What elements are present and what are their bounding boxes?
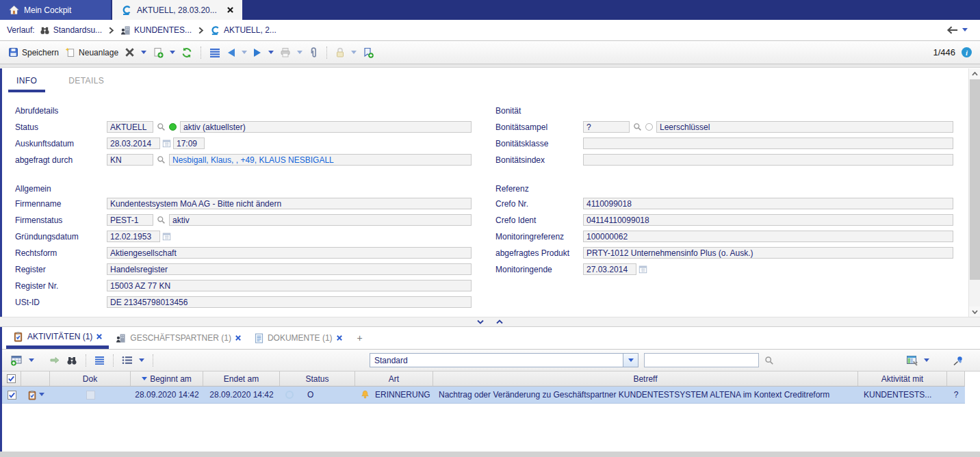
refresh-icon[interactable] — [181, 47, 192, 58]
bonitaetsampel-code-input[interactable] — [583, 121, 630, 133]
header-endet-am[interactable]: Endet am — [203, 371, 280, 386]
rechtsform-input[interactable] — [107, 247, 472, 259]
monitoringende-input[interactable] — [583, 263, 636, 275]
add-document-dropdown-icon[interactable] — [170, 51, 175, 55]
info-icon[interactable]: i — [962, 47, 972, 57]
breadcrumb-item-kundentestsystem[interactable]: KUNDENTES... — [120, 25, 192, 36]
scroll-up-icon[interactable] — [969, 68, 980, 79]
select-all-checkbox[interactable] — [7, 374, 16, 383]
table-row[interactable]: 28.09.2020 14:42 28.09.2020 14:42 O ERIN… — [2, 387, 965, 404]
new-activity-icon[interactable] — [10, 355, 23, 366]
header-dok[interactable]: Dok — [50, 371, 131, 386]
close-icon[interactable] — [227, 7, 233, 13]
tab-details[interactable]: DETAILS — [60, 74, 112, 92]
bonitaetsklasse-input[interactable] — [583, 138, 953, 149]
header-status[interactable]: Status — [280, 371, 355, 386]
tab-aktuell[interactable]: AKTUELL, 28.03.20... — [112, 0, 242, 20]
grouping-icon[interactable] — [122, 356, 133, 365]
row-type-dropdown-icon[interactable] — [39, 393, 44, 397]
view-select[interactable]: Standard — [370, 353, 639, 367]
collapse-up-icon[interactable] — [496, 319, 503, 324]
firmenname-input[interactable] — [107, 198, 472, 209]
close-icon[interactable] — [235, 335, 241, 341]
save-button[interactable]: Speichern — [8, 47, 59, 57]
calendar-icon[interactable] — [162, 139, 171, 148]
tab-info[interactable]: INFO — [8, 74, 45, 92]
table-settings-icon[interactable] — [906, 355, 918, 366]
bookmark-add-icon[interactable] — [363, 47, 374, 58]
status-code-input[interactable] — [107, 121, 153, 133]
back-arrow-icon[interactable] — [946, 26, 958, 34]
previous-dropdown-icon[interactable] — [242, 51, 247, 55]
assign-icon[interactable] — [49, 356, 60, 365]
monitoringreferenz-input[interactable] — [583, 231, 953, 242]
ust-id-input[interactable] — [107, 296, 472, 308]
crefo-ident-input[interactable] — [583, 214, 953, 226]
panel-splitter[interactable] — [0, 317, 980, 327]
next-record-icon[interactable] — [253, 48, 262, 57]
print-dropdown-icon[interactable] — [297, 51, 302, 55]
quick-search-input[interactable] — [644, 353, 759, 367]
tab-geschaeftspartner[interactable]: GESCHÄFTSPARTNER (1) — [109, 327, 248, 349]
abgefragtes-produkt-input[interactable] — [583, 247, 953, 259]
header-beginnt-am[interactable]: Beginnt am — [131, 371, 203, 386]
auskunftsdatum-time-input[interactable] — [173, 138, 205, 149]
bonitaetsampel-text-input[interactable] — [656, 121, 953, 133]
add-document-icon[interactable] — [153, 47, 164, 58]
bonitaetsindex-input[interactable] — [583, 154, 953, 166]
header-betreff[interactable]: Betreff — [433, 371, 858, 386]
tab-dokumente[interactable]: DOKUMENTE (1) — [248, 327, 349, 349]
calendar-icon[interactable] — [162, 232, 171, 241]
breadcrumb-item-standardsuche[interactable]: Standardsu... — [40, 25, 102, 36]
header-aktivitaet-mit[interactable]: Aktivität mit — [858, 371, 947, 386]
new-activity-dropdown-icon[interactable] — [29, 358, 34, 363]
search-icon[interactable] — [764, 356, 774, 365]
close-icon[interactable] — [337, 335, 342, 341]
lookup-icon[interactable] — [157, 216, 166, 224]
breadcrumb-item-aktuell[interactable]: AKTUELL, 2... — [210, 25, 276, 36]
next-dropdown-icon[interactable] — [268, 51, 274, 55]
register-nr-input[interactable] — [107, 280, 472, 291]
header-extra[interactable] — [947, 371, 965, 386]
lock-dropdown-icon[interactable] — [351, 51, 357, 55]
lookup-icon[interactable] — [157, 122, 166, 131]
lock-icon[interactable] — [335, 47, 345, 57]
attachment-icon[interactable] — [309, 47, 318, 58]
header-art[interactable]: Art — [355, 371, 433, 386]
previous-record-icon[interactable] — [227, 48, 235, 57]
tab-aktivitaeten[interactable]: AKTIVITÄTEN (1) — [6, 327, 109, 349]
new-record-button[interactable]: Neuanlage — [65, 47, 118, 57]
history-dropdown-icon[interactable] — [962, 28, 968, 32]
vertical-scrollbar[interactable] — [968, 68, 980, 317]
abgefragt-durch-code-input[interactable] — [107, 154, 153, 166]
row-checkbox[interactable] — [8, 391, 16, 400]
crefo-nr-input[interactable] — [583, 198, 953, 209]
grouping-dropdown-icon[interactable] — [139, 358, 144, 363]
close-icon[interactable] — [96, 334, 102, 339]
add-tab-button[interactable]: + — [349, 327, 371, 349]
pin-icon[interactable] — [953, 356, 964, 366]
lookup-icon[interactable] — [157, 155, 166, 164]
register-input[interactable] — [107, 263, 472, 275]
delete-icon[interactable] — [125, 47, 135, 57]
list-view-icon[interactable] — [94, 356, 105, 365]
activity-clipboard-icon[interactable] — [27, 390, 37, 400]
lookup-icon[interactable] — [633, 122, 642, 131]
gruendungsdatum-input[interactable] — [107, 231, 160, 242]
calendar-icon[interactable] — [639, 265, 647, 274]
view-select-dropdown-icon[interactable] — [623, 354, 638, 367]
search-binoculars-icon[interactable] — [66, 355, 77, 366]
print-icon[interactable] — [280, 47, 291, 57]
tab-mein-cockpit[interactable]: Mein Cockpit — [0, 0, 111, 20]
firmenstatus-code-input[interactable] — [107, 214, 153, 226]
auskunftsdatum-date-input[interactable] — [107, 138, 160, 149]
delete-dropdown-icon[interactable] — [141, 51, 146, 55]
collapse-down-icon[interactable] — [477, 319, 484, 324]
scroll-down-icon[interactable] — [969, 306, 980, 317]
abgefragt-durch-text-input[interactable] — [169, 154, 472, 166]
list-view-icon[interactable] — [209, 48, 220, 57]
firmenstatus-text-input[interactable] — [169, 214, 472, 226]
table-settings-dropdown-icon[interactable] — [924, 358, 929, 363]
status-text-input[interactable] — [180, 121, 472, 133]
scrollbar-thumb[interactable] — [970, 79, 980, 280]
